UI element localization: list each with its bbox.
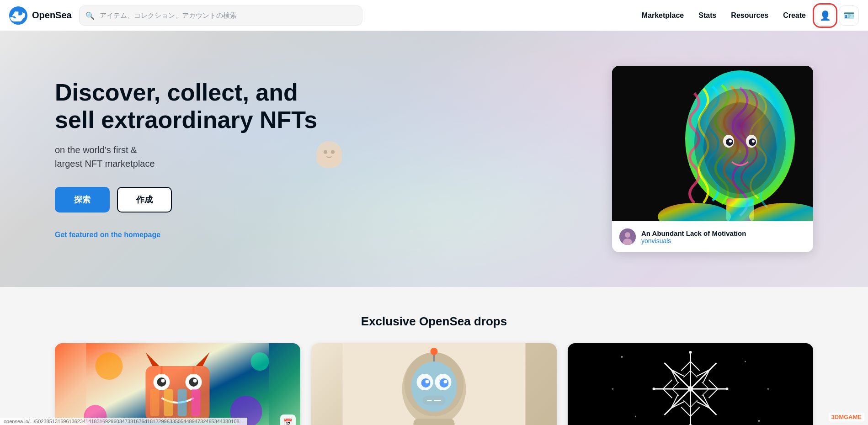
svg-rect-34	[164, 389, 173, 416]
wallet-button[interactable]: 🪪	[839, 5, 859, 26]
drop-card-image-3	[568, 343, 813, 425]
svg-rect-33	[150, 389, 160, 416]
svg-point-14	[752, 140, 755, 143]
svg-rect-56	[414, 419, 455, 425]
account-icon: 👤	[820, 10, 831, 21]
featured-link[interactable]: Get featured on the homepage	[55, 231, 160, 239]
drops-section-title: Exclusive OpenSea drops	[55, 314, 813, 329]
drops-grid: 📅	[55, 343, 813, 425]
nft-title: An Abundant Lack of Motivation	[641, 229, 746, 237]
account-button[interactable]: 👤	[815, 5, 835, 26]
wallet-icon: 🪪	[843, 10, 855, 21]
drop-card-image-2	[311, 343, 557, 425]
svg-point-49	[426, 380, 429, 383]
svg-rect-35	[178, 389, 187, 416]
svg-point-95	[612, 388, 614, 390]
opensea-logo-icon	[9, 6, 27, 25]
svg-point-96	[767, 388, 769, 390]
nav-marketplace[interactable]: Marketplace	[636, 8, 690, 23]
svg-point-19	[625, 232, 630, 238]
svg-point-94	[745, 361, 746, 362]
hero-subtitle: on the world's first & largest NFT marke…	[55, 143, 320, 170]
svg-point-93	[635, 416, 636, 417]
svg-point-91	[621, 356, 623, 358]
svg-point-47	[421, 378, 431, 388]
calendar-badge-1[interactable]: 📅	[280, 414, 296, 425]
logo-text: OpenSea	[32, 10, 72, 21]
svg-point-55	[431, 348, 438, 355]
search-input[interactable]	[79, 5, 362, 26]
drop-card-3[interactable]	[568, 343, 813, 425]
explore-button[interactable]: 探索	[55, 187, 110, 212]
nft-card-info: An Abundant Lack of Motivation yonvisual…	[612, 221, 813, 252]
svg-point-92	[758, 420, 760, 422]
drop-card-image-1: 📅	[55, 343, 300, 425]
nft-card-text: An Abundant Lack of Motivation yonvisual…	[641, 229, 746, 244]
drop-card-1[interactable]: 📅	[55, 343, 300, 425]
hero-content: Discover, collect, and sell extraordinar…	[55, 79, 320, 239]
nav-resources[interactable]: Resources	[725, 8, 774, 23]
svg-point-50	[444, 380, 447, 383]
svg-point-28	[193, 379, 197, 382]
svg-point-39	[251, 352, 269, 371]
url-bar: opensea.io/.../5023851316961362341418316…	[0, 418, 247, 425]
svg-point-25	[157, 377, 166, 387]
nav-create[interactable]: Create	[777, 8, 811, 23]
navbar: OpenSea 🔍 Marketplace Stats Resources Cr…	[0, 0, 868, 31]
svg-point-2	[316, 150, 342, 169]
svg-point-26	[189, 377, 198, 387]
logo-link[interactable]: OpenSea	[9, 6, 72, 25]
svg-point-8	[703, 102, 777, 194]
svg-point-48	[440, 378, 449, 388]
hero-section: Discover, collect, and sell extraordinar…	[0, 31, 868, 287]
nft-creator[interactable]: yonvisuals	[641, 237, 746, 244]
nav-links: Marketplace Stats Resources Create 👤 🪪	[636, 5, 859, 26]
hero-buttons: 探索 作成	[55, 187, 320, 212]
svg-point-89	[653, 388, 655, 390]
nft-card-image	[612, 66, 813, 221]
svg-point-86	[688, 386, 693, 392]
svg-point-90	[726, 388, 729, 390]
drop-card-2[interactable]	[311, 343, 557, 425]
create-button[interactable]: 作成	[117, 187, 172, 212]
hero-title: Discover, collect, and sell extraordinar…	[55, 79, 320, 134]
svg-point-3	[324, 150, 327, 154]
svg-rect-36	[192, 389, 201, 416]
svg-point-13	[729, 140, 732, 143]
ghost-mascot	[311, 137, 347, 182]
svg-point-87	[689, 351, 692, 354]
svg-point-37	[96, 352, 123, 380]
calendar-icon-1: 📅	[283, 418, 293, 425]
nft-artwork	[612, 66, 813, 221]
watermark: 3DMGAME	[829, 413, 864, 421]
nav-stats[interactable]: Stats	[693, 8, 722, 23]
drops-section: Exclusive OpenSea drops	[0, 287, 868, 425]
svg-point-27	[161, 379, 165, 382]
search-icon: 🔍	[85, 11, 95, 20]
svg-point-4	[331, 150, 335, 154]
hero-nft-card[interactable]: An Abundant Lack of Motivation yonvisual…	[612, 66, 813, 252]
search-bar: 🔍	[79, 5, 362, 26]
creator-avatar	[619, 228, 636, 245]
